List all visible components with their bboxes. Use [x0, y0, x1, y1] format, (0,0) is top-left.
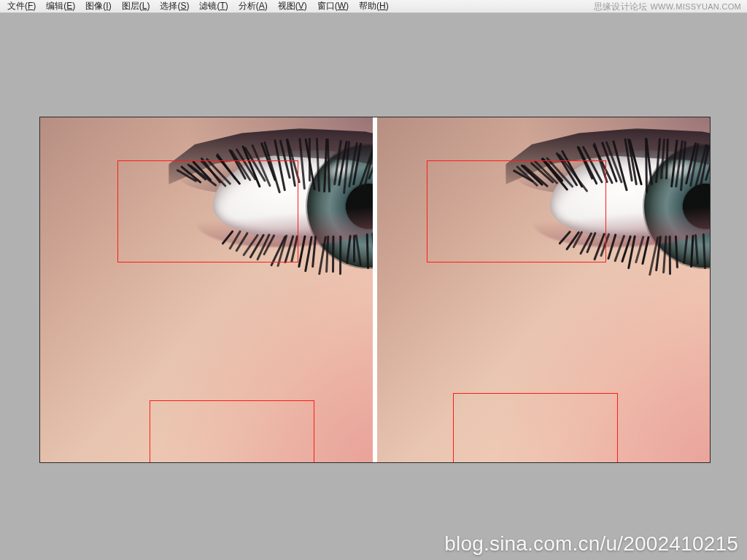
- menu-edit[interactable]: 编辑(E): [42, 0, 80, 13]
- selection-box[interactable]: [427, 160, 606, 262]
- menu-layer[interactable]: 图层(L): [117, 0, 155, 13]
- watermark-bottom: blog.sina.com.cn/u/2002410215: [444, 532, 738, 556]
- menu-file[interactable]: 文件(F): [3, 0, 40, 13]
- selection-box[interactable]: [150, 400, 314, 462]
- menu-window[interactable]: 窗口(W): [313, 0, 353, 13]
- menu-select[interactable]: 选择(S): [155, 0, 193, 13]
- watermark-top: 思缘设计论坛WWW.MISSYUAN.COM: [594, 1, 741, 13]
- menu-image[interactable]: 图像(I): [81, 0, 115, 13]
- menu-view[interactable]: 视图(V): [274, 0, 311, 13]
- menu-filter[interactable]: 滤镜(T): [195, 0, 232, 13]
- menubar: 文件(F) 编辑(E) 图像(I) 图层(L) 选择(S) 滤镜(T) 分析(A…: [0, 0, 747, 13]
- selection-box[interactable]: [117, 160, 298, 262]
- compare-pane-right: [377, 117, 710, 462]
- menu-help[interactable]: 帮助(H): [355, 0, 393, 13]
- workspace: [0, 13, 747, 560]
- menu-analysis[interactable]: 分析(A): [234, 0, 272, 13]
- compare-pane-left: [40, 117, 373, 462]
- selection-box[interactable]: [453, 393, 618, 462]
- document-canvas[interactable]: [39, 117, 711, 463]
